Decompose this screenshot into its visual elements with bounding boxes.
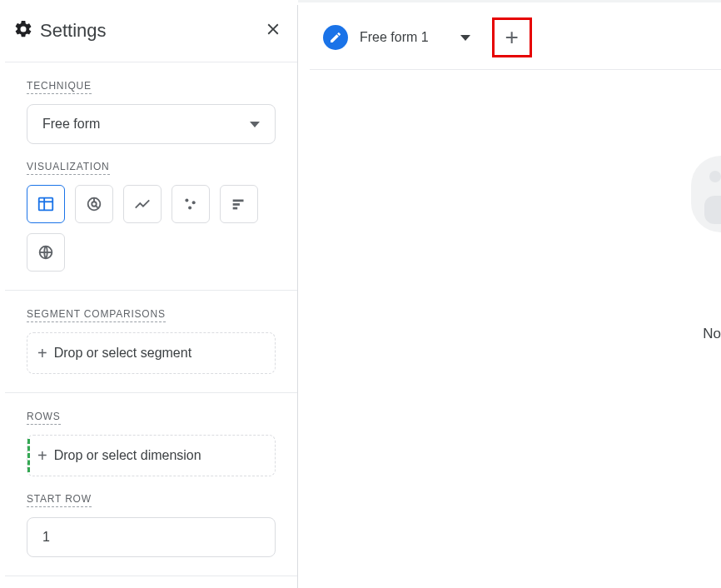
tab-name[interactable]: Free form 1: [360, 30, 429, 45]
close-icon[interactable]: [261, 17, 286, 45]
settings-title: Settings: [40, 20, 107, 42]
plus-icon: +: [37, 345, 47, 361]
segment-placeholder: Drop or select segment: [54, 346, 191, 361]
segment-section: SEGMENT COMPARISONS + Drop or select seg…: [5, 291, 297, 393]
svg-rect-0: [39, 198, 53, 211]
add-tab-button[interactable]: +: [492, 17, 532, 57]
startrow-input[interactable]: [27, 517, 276, 557]
rows-placeholder: Drop or select dimension: [54, 448, 201, 463]
visualization-label: VISUALIZATION: [27, 161, 110, 175]
viz-donut-icon[interactable]: [75, 185, 113, 223]
sidebar-header: Settings: [5, 5, 297, 62]
no-data-text: No: [703, 326, 721, 342]
rows-label: ROWS: [27, 411, 61, 425]
viz-scatter-icon[interactable]: [172, 185, 210, 223]
technique-label: TECHNIQUE: [27, 80, 92, 94]
settings-sidebar: Settings TECHNIQUE Free form VISUALIZATI…: [5, 5, 298, 588]
tab-dropdown-icon[interactable]: [460, 35, 470, 41]
visualization-grid: [27, 185, 276, 272]
viz-bar-icon[interactable]: [220, 185, 258, 223]
viz-geo-icon[interactable]: [27, 233, 65, 272]
tabs-bar: Free form 1 +: [310, 6, 721, 70]
pencil-icon[interactable]: [323, 25, 348, 50]
chevron-down-icon: [250, 122, 260, 127]
plus-icon: +: [505, 26, 519, 49]
svg-rect-11: [233, 203, 240, 206]
svg-point-8: [192, 201, 196, 204]
svg-point-9: [188, 207, 191, 210]
plus-icon: +: [37, 447, 47, 464]
viz-table-icon[interactable]: [27, 185, 65, 223]
gear-icon: [13, 19, 33, 42]
svg-line-6: [96, 206, 98, 208]
segment-dropzone[interactable]: + Drop or select segment: [27, 332, 276, 374]
svg-rect-12: [233, 207, 238, 210]
svg-point-7: [185, 198, 188, 202]
settings-title-wrap: Settings: [13, 19, 107, 42]
main-area: Free form 1 + Add New Tab form No: [298, 0, 721, 588]
segment-label: SEGMENT COMPARISONS: [27, 308, 166, 322]
technique-section: TECHNIQUE Free form VISUALIZATION: [5, 62, 297, 291]
svg-rect-10: [233, 200, 244, 202]
avatar-placeholder: [691, 156, 721, 232]
technique-select[interactable]: Free form: [27, 104, 276, 144]
rows-dropzone[interactable]: + Drop or select dimension: [27, 435, 276, 476]
rows-section: ROWS + Drop or select dimension START RO…: [5, 393, 297, 576]
startrow-label: START ROW: [27, 493, 92, 507]
technique-value: Free form: [42, 117, 100, 132]
viz-line-icon[interactable]: [123, 185, 162, 223]
